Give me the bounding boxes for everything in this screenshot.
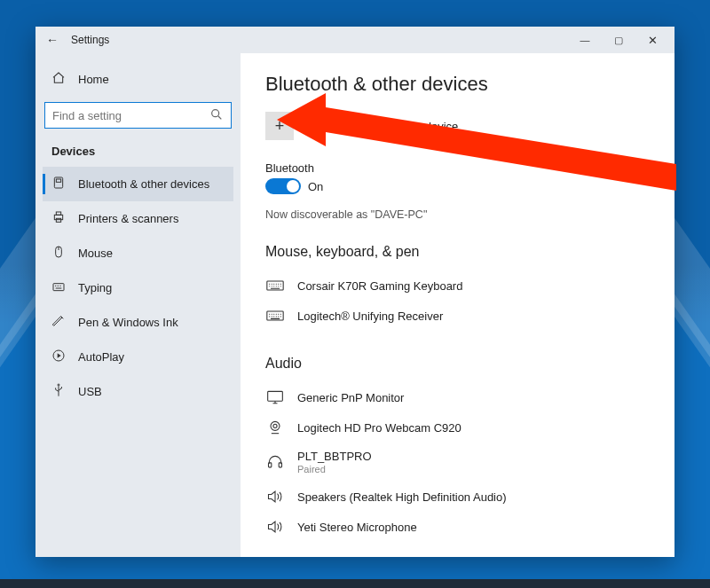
svg-rect-3 [54,215,62,219]
svg-rect-15 [269,463,272,467]
svg-rect-2 [56,179,60,182]
device-row[interactable]: Logitech HD Pro Webcam C920 [265,412,650,443]
autoplay-icon [51,349,66,365]
sidebar-item-usb[interactable]: USB [43,374,233,409]
home-icon [51,71,66,88]
sidebar-item-label: Printers & scanners [78,212,178,225]
sidebar-item-bluetooth[interactable]: Bluetooth & other devices [43,167,233,201]
plus-icon: + [265,112,294,140]
device-sublabel: Paired [297,464,372,474]
speaker-icon [265,489,285,505]
minimize-button[interactable]: — [568,27,602,53]
device-label: Corsair K70R Gaming Keyboard [297,279,462,293]
search-icon [209,107,224,124]
device-row[interactable]: Corsair K70R Gaming Keyboard [265,270,650,301]
sidebar-item-label: Bluetooth & other devices [78,177,209,191]
device-row[interactable]: PLT_BBTPRO Paired [265,443,650,482]
maximize-button[interactable]: ▢ [602,27,635,53]
printer-icon [51,210,66,227]
sidebar-item-typing[interactable]: Typing [43,270,233,305]
search-input-container[interactable] [44,102,232,129]
sidebar-item-pen[interactable]: Pen & Windows Ink [43,305,233,340]
device-label: Generic PnP Monitor [297,391,404,404]
sidebar-home[interactable]: Home [43,66,233,93]
sidebar-item-autoplay[interactable]: AutoPlay [43,340,233,374]
titlebar: ← Settings — ▢ ✕ [36,27,674,53]
sidebar-item-mouse[interactable]: Mouse [43,236,233,270]
window-controls: — ▢ ✕ [568,27,669,53]
discoverable-status: Now discoverable as "DAVE-PC" [265,208,650,221]
svg-point-13 [271,421,280,430]
pen-icon [51,314,66,331]
monitor-icon [265,389,285,405]
headset-icon [265,454,285,470]
svg-point-14 [273,424,277,427]
sidebar-home-label: Home [78,73,109,86]
svg-rect-5 [56,218,60,222]
bluetooth-state: On [308,180,323,193]
bluetooth-toggle[interactable] [265,178,301,194]
svg-point-9 [58,384,59,386]
back-button[interactable]: ← [46,33,59,47]
sidebar: Home Devices Bluetooth & other devices [36,53,241,557]
window-title: Settings [71,34,109,46]
main-panel: Bluetooth & other devices + Add Bluetoot… [241,53,674,557]
typing-icon [51,279,66,296]
group-title-audio: Audio [265,356,650,372]
svg-rect-4 [56,212,60,215]
device-label: Logitech® Unifying Receiver [297,310,443,323]
device-row[interactable]: Generic PnP Monitor [265,382,650,412]
sidebar-item-label: Typing [78,281,112,294]
keyboard-icon [265,308,285,324]
webcam-icon [265,419,285,435]
search-input[interactable] [52,109,209,122]
page-title: Bluetooth & other devices [265,73,650,96]
svg-rect-12 [268,391,283,401]
svg-point-0 [212,109,219,116]
usb-icon [51,383,66,400]
add-device-label: Add Bluetooth or other device [306,120,458,133]
mouse-icon [51,245,66,262]
close-button[interactable]: ✕ [635,27,669,53]
sidebar-item-label: USB [78,385,102,398]
bluetooth-icon [51,176,66,192]
device-label: PLT_BBTPRO [297,450,372,463]
device-label: Logitech HD Pro Webcam C920 [297,421,462,435]
device-label: Yeti Stereo Microphone [297,521,417,534]
taskbar[interactable] [0,579,710,588]
device-row[interactable]: Speakers (Realtek High Definition Audio) [265,482,650,512]
keyboard-icon [265,278,285,294]
svg-rect-16 [279,463,281,467]
device-row[interactable]: Logitech® Unifying Receiver [265,301,650,331]
sidebar-item-label: Mouse [78,247,113,260]
add-device-button[interactable]: + Add Bluetooth or other device [265,112,650,140]
svg-rect-7 [53,284,64,291]
sidebar-item-label: Pen & Windows Ink [78,316,178,329]
device-label: Speakers (Realtek High Definition Audio) [297,490,507,504]
sidebar-section-title: Devices [43,141,233,167]
sidebar-item-printers[interactable]: Printers & scanners [43,201,233,236]
group-title-input: Mouse, keyboard, & pen [265,244,650,260]
device-row[interactable]: Yeti Stereo Microphone [265,512,650,542]
speaker-icon [265,519,285,535]
settings-window: ← Settings — ▢ ✕ Home Devices [36,27,674,557]
bluetooth-label: Bluetooth [265,161,650,175]
sidebar-item-label: AutoPlay [78,350,124,364]
